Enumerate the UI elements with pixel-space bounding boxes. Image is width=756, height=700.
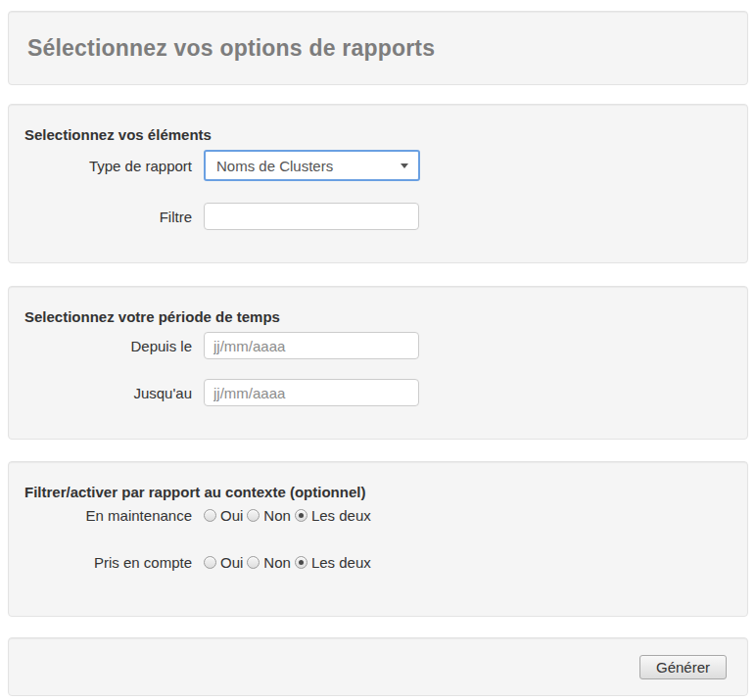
included-oui-radio[interactable] (204, 556, 216, 569)
filter-row: Filtre (24, 203, 732, 230)
generate-button[interactable]: Générer (639, 655, 727, 679)
included-oui-label[interactable]: Oui (220, 554, 243, 571)
report-options-page: Sélectionnez vos options de rapports Sel… (0, 0, 756, 696)
included-label: Pris en compte (24, 554, 192, 571)
maintenance-oui-label[interactable]: Oui (220, 507, 243, 524)
maintenance-lesdeux-label[interactable]: Les deux (311, 507, 371, 524)
date-to-input[interactable] (204, 379, 419, 406)
period-heading: Selectionnez votre période de temps (24, 308, 732, 325)
included-lesdeux-label[interactable]: Les deux (311, 554, 371, 571)
date-from-input[interactable] (204, 332, 419, 359)
maintenance-radio-group: Oui Non Les deux (204, 507, 375, 524)
context-section: Filtrer/activer par rapport au contexte … (8, 461, 748, 617)
maintenance-row: En maintenance Oui Non Les deux (24, 507, 732, 524)
included-non-label[interactable]: Non (263, 554, 291, 571)
maintenance-oui-radio[interactable] (204, 509, 216, 522)
date-to-label: Jusqu'au (24, 385, 192, 401)
report-type-row: Type de rapport Noms de Clusters (24, 150, 732, 181)
maintenance-lesdeux-radio[interactable] (295, 509, 307, 522)
included-radio-group: Oui Non Les deux (204, 554, 375, 571)
header-panel: Sélectionnez vos options de rapports (8, 11, 748, 85)
included-row: Pris en compte Oui Non Les deux (24, 554, 732, 571)
filter-label: Filtre (24, 209, 192, 225)
report-type-label: Type de rapport (24, 158, 192, 174)
footer-panel: Générer (8, 637, 748, 696)
filter-input[interactable] (204, 203, 419, 230)
date-to-row: Jusqu'au (24, 379, 732, 406)
maintenance-label: En maintenance (24, 507, 192, 524)
included-non-radio[interactable] (247, 556, 260, 569)
maintenance-non-radio[interactable] (247, 509, 260, 522)
elements-section: Selectionnez vos éléments Type de rappor… (8, 104, 748, 263)
date-from-row: Depuis le (24, 332, 732, 359)
page-title: Sélectionnez vos options de rapports (27, 35, 435, 62)
elements-heading: Selectionnez vos éléments (24, 126, 732, 143)
included-lesdeux-radio[interactable] (295, 556, 307, 569)
caret-down-icon (401, 163, 408, 168)
date-from-label: Depuis le (24, 338, 192, 354)
report-type-select[interactable]: Noms de Clusters (204, 150, 420, 181)
context-heading: Filtrer/activer par rapport au contexte … (24, 484, 732, 500)
maintenance-non-label[interactable]: Non (263, 507, 291, 524)
period-section: Selectionnez votre période de temps Depu… (8, 286, 748, 440)
report-type-selected-value: Noms de Clusters (216, 158, 333, 174)
